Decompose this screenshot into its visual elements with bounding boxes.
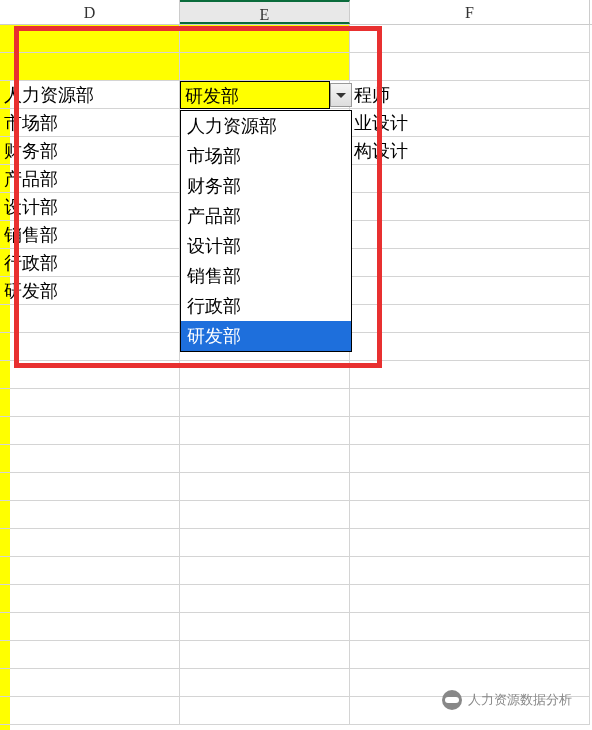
cell[interactable] — [0, 473, 180, 501]
cell[interactable] — [180, 557, 350, 585]
cell[interactable] — [0, 445, 180, 473]
cell[interactable] — [180, 417, 350, 445]
cell-dept[interactable]: 财务部 — [0, 137, 180, 165]
cell[interactable] — [0, 305, 180, 333]
cell[interactable] — [0, 501, 180, 529]
watermark-text: 人力资源数据分析 — [468, 691, 572, 709]
dropdown-list[interactable]: 人力资源部 市场部 财务部 产品部 设计部 销售部 行政部 研发部 — [180, 110, 352, 352]
cell[interactable] — [350, 585, 590, 613]
cell[interactable] — [350, 193, 590, 221]
cell[interactable] — [350, 333, 590, 361]
cell[interactable] — [0, 529, 180, 557]
cell[interactable] — [0, 53, 180, 81]
cell[interactable] — [350, 221, 590, 249]
col-header-d[interactable]: D — [0, 0, 180, 24]
cell[interactable]: 程师 — [350, 81, 590, 109]
watermark: 人力资源数据分析 — [442, 690, 572, 710]
cell[interactable] — [350, 501, 590, 529]
cell[interactable] — [180, 501, 350, 529]
cell[interactable] — [350, 473, 590, 501]
cell-dept[interactable]: 销售部 — [0, 221, 180, 249]
cell[interactable] — [0, 641, 180, 669]
cell[interactable] — [350, 25, 590, 53]
cell[interactable] — [350, 557, 590, 585]
cell[interactable] — [350, 389, 590, 417]
cell[interactable] — [180, 53, 350, 81]
cell[interactable] — [350, 613, 590, 641]
cell[interactable] — [0, 697, 180, 725]
cell[interactable] — [0, 613, 180, 641]
cell-dept[interactable]: 研发部 — [0, 277, 180, 305]
spreadsheet: D E F 人力资源部 程师 市场部 — [0, 0, 592, 730]
cell-dept[interactable]: 行政部 — [0, 249, 180, 277]
cell[interactable] — [0, 333, 180, 361]
cell[interactable] — [350, 53, 590, 81]
cell[interactable] — [0, 585, 180, 613]
cell[interactable] — [350, 529, 590, 557]
cell[interactable] — [350, 361, 590, 389]
cell[interactable] — [350, 249, 590, 277]
cell[interactable] — [0, 417, 180, 445]
dropdown-item[interactable]: 行政部 — [181, 291, 351, 321]
col-header-e[interactable]: E — [180, 0, 350, 24]
cell[interactable] — [180, 529, 350, 557]
cell[interactable] — [180, 473, 350, 501]
cell-dept[interactable]: 产品部 — [0, 165, 180, 193]
cell[interactable] — [350, 277, 590, 305]
cell[interactable] — [0, 557, 180, 585]
cell[interactable] — [180, 669, 350, 697]
cell[interactable] — [350, 417, 590, 445]
cell-dept[interactable]: 市场部 — [0, 109, 180, 137]
dropdown-item[interactable]: 人力资源部 — [181, 111, 351, 141]
empty-rows — [0, 305, 592, 725]
cell[interactable] — [350, 165, 590, 193]
cell[interactable] — [0, 669, 180, 697]
dropdown-item[interactable]: 产品部 — [181, 201, 351, 231]
dropdown-item[interactable]: 财务部 — [181, 171, 351, 201]
cell[interactable] — [350, 305, 590, 333]
cell[interactable] — [180, 697, 350, 725]
cell[interactable] — [180, 585, 350, 613]
dropdown-item-selected[interactable]: 研发部 — [181, 321, 351, 351]
cell[interactable] — [180, 25, 350, 53]
cell-dept[interactable]: 人力资源部 — [0, 81, 180, 109]
cell[interactable] — [180, 389, 350, 417]
cell[interactable] — [0, 361, 180, 389]
active-cell[interactable]: 研发部 — [180, 81, 330, 109]
cell[interactable] — [180, 445, 350, 473]
cell[interactable] — [180, 361, 350, 389]
cell[interactable] — [350, 445, 590, 473]
cell[interactable]: 业设计 — [350, 109, 590, 137]
cell[interactable] — [180, 613, 350, 641]
dropdown-button[interactable] — [330, 83, 352, 107]
col-header-f[interactable]: F — [350, 0, 590, 24]
cell[interactable] — [180, 641, 350, 669]
cell-dept[interactable]: 设计部 — [0, 193, 180, 221]
dropdown-item[interactable]: 销售部 — [181, 261, 351, 291]
cell[interactable]: 构设计 — [350, 137, 590, 165]
column-headers: D E F — [0, 0, 592, 25]
cell[interactable] — [0, 25, 180, 53]
cell[interactable] — [0, 389, 180, 417]
cell[interactable] — [350, 641, 590, 669]
dropdown-item[interactable]: 市场部 — [181, 141, 351, 171]
dropdown-item[interactable]: 设计部 — [181, 231, 351, 261]
wechat-icon — [442, 690, 462, 710]
